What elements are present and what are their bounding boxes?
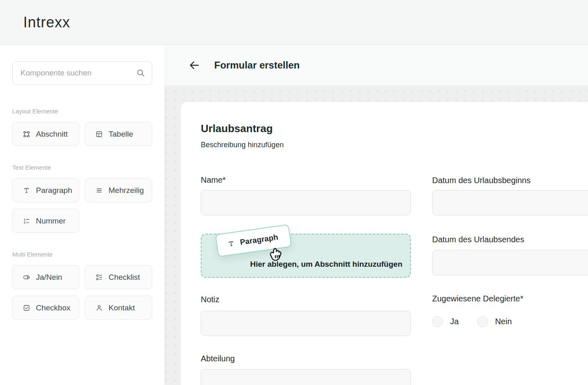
svg-text:1: 1 (24, 218, 25, 221)
dragged-paragraph-chip[interactable]: Paragraph (215, 224, 292, 257)
table-icon (95, 130, 103, 138)
start-date-field-label: Datum des Urlaubsbeginns (432, 176, 530, 185)
intrexx-logo: Intrexx (23, 14, 70, 31)
page-title: Formular erstellen (214, 60, 300, 71)
name-field-label: Name* (201, 175, 226, 185)
group-heading-multi: Multi Elemente (12, 251, 53, 258)
contact-person-icon (95, 304, 103, 312)
checkbox-icon (22, 304, 31, 312)
component-nummer[interactable]: 1 2 Nummer (12, 209, 79, 233)
dropzone-hint-text: Hier ablegen, um Abschnitt hinzuzufügen (250, 260, 402, 269)
delegates-field-label: Zugewiesene Delegierte* (432, 294, 523, 303)
radio-no[interactable] (477, 316, 488, 327)
section-dropzone[interactable]: Paragraph Hier ablegen, um Abschnitt hin… (201, 234, 411, 278)
form-card: Urlaubsantrag Beschreibung hinzufügen Na… (181, 102, 588, 385)
svg-text:2: 2 (24, 221, 25, 224)
checklist-icon (95, 273, 103, 281)
group-heading-layout: Layout Elemente (12, 108, 58, 115)
end-date-field-input[interactable] (432, 250, 588, 275)
component-label: Ja/Nein (36, 273, 62, 282)
component-search (12, 61, 152, 85)
component-sidebar: Layout Elemente Abschnitt Tabelle Text E… (0, 45, 164, 385)
component-label: Checkbox (36, 303, 71, 312)
component-abschnitt[interactable]: Abschnitt (12, 122, 79, 146)
page-header: Formular erstellen (164, 45, 588, 86)
note-field-input[interactable] (201, 311, 411, 336)
search-icon (136, 68, 146, 78)
department-field-label: Abteilung (201, 354, 235, 363)
component-tabelle[interactable]: Tabelle (85, 122, 152, 146)
text-paragraph-icon (226, 239, 236, 248)
group-heading-text: Text Elemente (12, 164, 51, 171)
app-header: Intrexx (0, 0, 588, 45)
component-mehrzeilig[interactable]: Mehrzeilig (85, 178, 152, 202)
radio-yes-label: Ja (450, 317, 459, 326)
component-janein[interactable]: Ja/Nein (12, 265, 79, 289)
component-checkbox[interactable]: Checkbox (12, 296, 79, 320)
toggle-icon (22, 273, 31, 281)
delegates-radio-group: Ja Nein (432, 316, 512, 327)
component-paragraph[interactable]: Paragraph (12, 178, 79, 202)
start-date-field-input[interactable] (432, 190, 588, 215)
component-label: Mehrzeilig (109, 186, 144, 195)
multiline-text-icon (95, 186, 103, 195)
search-input[interactable] (12, 61, 152, 85)
section-frame-icon (22, 130, 31, 138)
drag-chip-label: Paragraph (240, 233, 279, 247)
back-button[interactable] (187, 58, 201, 72)
component-label: Paragraph (36, 186, 72, 195)
component-label: Abschnitt (36, 130, 68, 139)
component-label: Checklist (109, 273, 140, 282)
numbered-list-icon: 1 2 (22, 217, 31, 225)
form-builder-canvas: ++++++++++++++++++++++++++++++++++++++++… (164, 86, 588, 385)
name-field-input[interactable] (201, 190, 411, 215)
component-label: Nummer (36, 217, 66, 226)
note-field-label: Notiz (201, 295, 220, 304)
component-kontakt[interactable]: Kontakt (85, 296, 152, 320)
form-description-placeholder[interactable]: Beschreibung hinzufügen (201, 141, 284, 149)
arrow-left-icon (188, 59, 200, 71)
department-field-input[interactable] (201, 369, 411, 385)
component-label: Tabelle (109, 130, 133, 139)
form-title[interactable]: Urlaubsantrag (201, 122, 273, 135)
radio-no-label: Nein (495, 317, 512, 326)
radio-yes[interactable] (432, 316, 443, 327)
component-label: Kontakt (109, 303, 135, 312)
text-paragraph-icon (22, 186, 31, 195)
end-date-field-label: Datum des Urlaubsendes (432, 235, 524, 244)
component-checklist[interactable]: Checklist (85, 265, 152, 289)
